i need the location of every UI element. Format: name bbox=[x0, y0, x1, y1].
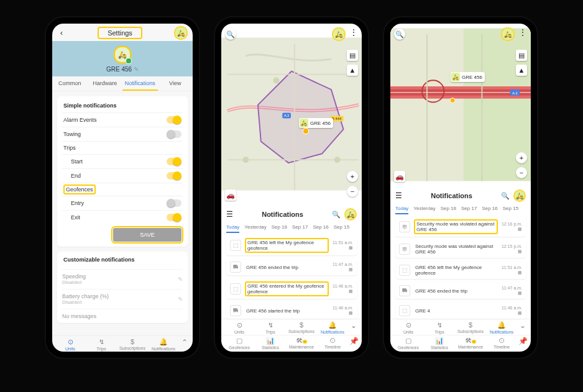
map-locate-button[interactable]: ▲ bbox=[347, 65, 358, 76]
zoom-out-button[interactable]: − bbox=[516, 167, 527, 178]
zoom-in-button[interactable]: + bbox=[347, 171, 358, 182]
collapse-icon[interactable]: ⌄ bbox=[517, 321, 528, 334]
menu-dots-icon[interactable]: ⋮ bbox=[349, 27, 358, 41]
tab-notifications[interactable]: Notifications bbox=[122, 76, 158, 91]
avatar[interactable]: 🛵 bbox=[332, 27, 346, 41]
nav-subscriptions[interactable]: $Subscriptions bbox=[455, 321, 486, 334]
avatar[interactable]: 🛵 bbox=[513, 189, 526, 202]
custom-row[interactable]: SpeedingDisabled✎ bbox=[62, 269, 183, 289]
geofence-icon: ▢ bbox=[236, 337, 242, 345]
map-locate-button[interactable]: ▲ bbox=[516, 65, 527, 76]
date-tab[interactable]: Today bbox=[226, 224, 239, 233]
notification-row[interactable]: ⬚GRE 411:46 a.m.▦ bbox=[395, 303, 526, 319]
toggle-end[interactable] bbox=[167, 172, 181, 180]
toggle-towing[interactable] bbox=[167, 130, 181, 138]
hamburger-icon[interactable]: ☰ bbox=[395, 191, 402, 200]
nav-subscriptions[interactable]: $Subscriptions bbox=[286, 321, 317, 334]
notification-type-icon: ⛟ bbox=[399, 285, 410, 296]
map[interactable]: A 2 🔍 🛵 ⋮ ▤ ▲ + − 🛵 GRE 456 bbox=[390, 24, 531, 186]
nav-timeline[interactable]: ⏲Timeline bbox=[486, 337, 517, 350]
toggle-exit[interactable] bbox=[167, 214, 181, 221]
date-tab[interactable]: Yesterday bbox=[244, 224, 266, 233]
edit-icon[interactable]: ✎ bbox=[178, 276, 183, 283]
bell-icon: 🔔 bbox=[497, 321, 506, 329]
avatar[interactable]: 🛵 bbox=[174, 26, 188, 40]
notification-time: 11:47 a.m.▦ bbox=[502, 286, 522, 296]
nav-timeline[interactable]: ⏲Timeline bbox=[317, 337, 348, 350]
notification-text: GRE 456 ended the trip bbox=[245, 264, 329, 271]
nav-notifications[interactable]: 🔔Notifications bbox=[317, 321, 348, 334]
notification-row[interactable]: ⛟GRE 456 started the trip11:46 a.m.▦ bbox=[226, 303, 357, 319]
notification-row[interactable]: ⬚GRE 456 left the My geofence geofence11… bbox=[226, 235, 357, 255]
toggle-entry[interactable] bbox=[167, 199, 181, 207]
custom-row[interactable]: No messages bbox=[62, 309, 183, 323]
avatar[interactable]: 🛵 bbox=[344, 208, 357, 221]
date-tab[interactable]: Sep 18 bbox=[441, 206, 456, 214]
unit-marker[interactable]: 🛵 GRE 456 bbox=[299, 118, 333, 128]
map-unit-button[interactable]: 🚗 bbox=[225, 189, 236, 201]
hamburger-icon[interactable]: ☰ bbox=[226, 210, 233, 219]
map-layers-button[interactable]: ▤ bbox=[516, 50, 527, 61]
date-tab[interactable]: Sep 18 bbox=[272, 224, 287, 233]
unit-marker[interactable]: 🛵 GRE 456 bbox=[451, 72, 485, 82]
tab-view[interactable]: View bbox=[158, 76, 193, 91]
nav-notifications[interactable]: 🔔Notifications bbox=[486, 321, 517, 334]
date-tab[interactable]: Sep 16 bbox=[313, 224, 328, 233]
unit-name: GRE 456 bbox=[106, 66, 132, 73]
date-tab[interactable]: Sep 15 bbox=[334, 224, 349, 233]
nav-units[interactable]: ⊙Units bbox=[55, 338, 86, 351]
notification-row[interactable]: ⛨Security mode was violated against GRE … bbox=[395, 217, 526, 237]
nav-notifications[interactable]: 🔔Notifications bbox=[148, 338, 179, 351]
back-button[interactable]: ‹ bbox=[57, 29, 66, 37]
tab-hardware[interactable]: Hardware bbox=[88, 76, 123, 91]
nav-maintenance[interactable]: 🛠•Maintenance bbox=[455, 337, 486, 350]
tab-common[interactable]: Common bbox=[52, 76, 88, 91]
notification-row[interactable]: ⛨Security mode was violated against GRE … bbox=[395, 240, 526, 258]
map-search-button[interactable]: 🔍 bbox=[225, 29, 236, 40]
nav-units[interactable]: ⊙Units bbox=[393, 321, 424, 334]
map-layers-button[interactable]: ▤ bbox=[347, 50, 358, 61]
save-button[interactable]: SAVE bbox=[113, 228, 181, 242]
nav-maintenance[interactable]: 🛠•Maintenance bbox=[286, 337, 317, 350]
nav-statistics[interactable]: 📊Statistics bbox=[424, 337, 455, 350]
date-tab[interactable]: Yesterday bbox=[413, 206, 435, 214]
nav-units[interactable]: ⊙Units bbox=[224, 321, 255, 334]
toggle-alarm[interactable] bbox=[167, 116, 181, 124]
avatar[interactable]: 🛵 bbox=[501, 27, 515, 41]
nav-trips[interactable]: ↯Trips bbox=[86, 338, 117, 351]
nav-geofences[interactable]: ▢Geofences bbox=[224, 337, 255, 350]
collapse-icon[interactable]: ⌄ bbox=[348, 321, 359, 334]
notification-row[interactable]: ⬚GRE 456 entered the My geofence geofenc… bbox=[226, 279, 357, 299]
date-tab[interactable]: Sep 17 bbox=[461, 206, 477, 214]
nav-geofences[interactable]: ▢Geofences bbox=[393, 337, 424, 350]
map-unit-button[interactable]: 🚗 bbox=[394, 171, 405, 182]
collapse-icon[interactable]: ⌃ bbox=[179, 338, 190, 351]
notification-row[interactable]: ⛟GRE 456 ended the trip11:47 a.m.▦ bbox=[226, 259, 357, 275]
zoom-out-button[interactable]: − bbox=[347, 186, 358, 197]
search-icon[interactable]: 🔍 bbox=[501, 192, 510, 200]
notification-time: 11:51 a.m.▦ bbox=[333, 240, 353, 250]
nav-subscriptions[interactable]: $Subscriptions bbox=[117, 338, 148, 351]
toggle-start[interactable] bbox=[167, 158, 181, 165]
date-tab[interactable]: Today bbox=[395, 206, 408, 214]
date-tab[interactable]: Sep 17 bbox=[292, 224, 308, 233]
map-search-button[interactable]: 🔍 bbox=[394, 29, 405, 40]
menu-dots-icon[interactable]: ⋮ bbox=[518, 27, 527, 41]
pin-nav-icon[interactable]: 📌 bbox=[517, 337, 528, 350]
date-tab[interactable]: Sep 16 bbox=[482, 206, 497, 214]
nav-trips[interactable]: ↯Trips bbox=[255, 321, 286, 334]
nav-trips[interactable]: ↯Trips bbox=[424, 321, 455, 334]
map[interactable]: B 444 A 2 🔍 🛵 ⋮ ▤ ▲ + − 🛵 GRE 456 bbox=[221, 24, 362, 204]
search-icon[interactable]: 🔍 bbox=[332, 211, 341, 219]
custom-row[interactable]: Battery charge (%)Disabled✎ bbox=[62, 289, 183, 309]
nav-statistics[interactable]: 📊Statistics bbox=[255, 337, 286, 350]
bottom-nav-2: ▢Geofences 📊Statistics 🛠•Maintenance ⏲Ti… bbox=[221, 335, 362, 352]
edit-icon[interactable]: ✎ bbox=[178, 296, 183, 303]
edit-name-icon[interactable]: ✎ bbox=[134, 66, 139, 73]
notification-row[interactable]: ⛟GRE 456 ended the trip11:47 a.m.▦ bbox=[395, 283, 526, 299]
date-tab[interactable]: Sep 15 bbox=[503, 206, 518, 214]
pin-nav-icon[interactable]: 📌 bbox=[348, 337, 359, 350]
notification-text: GRE 4 bbox=[414, 308, 498, 314]
zoom-in-button[interactable]: + bbox=[516, 152, 527, 163]
notification-row[interactable]: ⬚GRE 456 left the My geofence geofence11… bbox=[395, 262, 526, 279]
